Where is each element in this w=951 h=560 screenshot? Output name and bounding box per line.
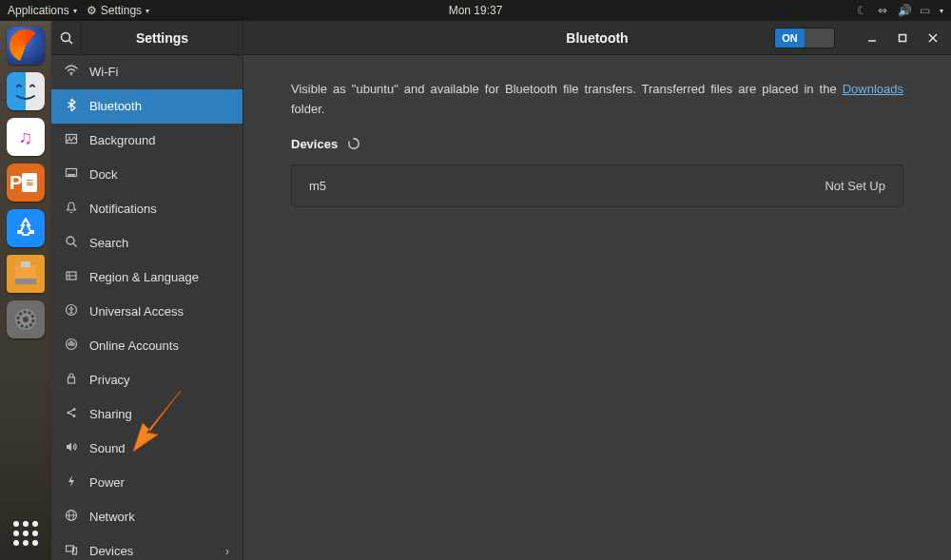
sidebar-item-universal[interactable]: Universal Access xyxy=(51,295,243,329)
sidebar-item-privacy[interactable]: Privacy xyxy=(51,363,243,397)
dock-firefox-icon[interactable] xyxy=(7,27,45,65)
toggle-off-slot xyxy=(805,29,834,48)
device-status: Not Set Up xyxy=(825,179,885,193)
sidebar-item-label: Region & Language xyxy=(89,270,199,284)
devices-list: m5 Not Set Up xyxy=(291,164,903,207)
network-indicator-icon: ⇔ xyxy=(877,4,888,17)
show-applications-button[interactable] xyxy=(7,514,45,552)
dock-appstore-icon[interactable] xyxy=(7,209,45,247)
wifi-icon xyxy=(65,64,78,80)
settings-sidebar: Settings Wi-FiBluetoothBackgroundDockNot… xyxy=(51,21,243,560)
sidebar-item-notifications[interactable]: Notifications xyxy=(51,192,243,226)
svg-rect-1 xyxy=(15,279,36,284)
devices-label: Devices xyxy=(291,137,338,151)
svg-line-14 xyxy=(73,243,76,246)
sidebar-item-dock[interactable]: Dock xyxy=(51,158,243,192)
sidebar-item-label: Dock xyxy=(89,167,118,182)
search-button[interactable] xyxy=(51,21,82,55)
top-panel: Applications ▾ ⚙ Settings ▾ Mon 19:37 ☾ … xyxy=(0,0,951,21)
sidebar-item-bluetooth[interactable]: Bluetooth xyxy=(51,89,243,124)
main-content: Visible as "ubuntu" and available for Bl… xyxy=(243,55,951,232)
svg-rect-0 xyxy=(15,265,36,279)
device-row[interactable]: m5 Not Set Up xyxy=(292,165,902,206)
sidebar-item-label: Bluetooth xyxy=(89,99,142,113)
settings-main: Bluetooth ON xyxy=(243,21,951,560)
chevron-down-icon: ▾ xyxy=(940,7,943,15)
dock-finder-icon[interactable] xyxy=(7,72,45,110)
sidebar-item-sharing[interactable]: Sharing xyxy=(51,397,243,432)
main-header: Bluetooth ON xyxy=(243,21,951,55)
sidebar-item-label: Wi-Fi xyxy=(89,65,118,79)
share-icon xyxy=(65,406,78,422)
system-indicators[interactable]: ☾ ⇔ 🔊 ▭ ▾ xyxy=(856,4,943,17)
dock-settings-icon[interactable] xyxy=(7,300,45,338)
svg-point-5 xyxy=(23,317,29,322)
network-icon xyxy=(65,509,78,525)
settings-menu[interactable]: ⚙ Settings ▾ xyxy=(87,4,149,17)
sidebar-item-power[interactable]: Power xyxy=(51,466,243,500)
sound-icon xyxy=(65,440,78,456)
globe-icon xyxy=(65,269,78,285)
chevron-down-icon: ▾ xyxy=(146,7,149,15)
cloud-icon xyxy=(65,338,78,354)
clock[interactable]: Mon 19:37 xyxy=(449,4,503,17)
search-icon xyxy=(65,235,78,251)
dock-presentation-icon[interactable]: ≡ P xyxy=(7,164,45,202)
close-button[interactable] xyxy=(924,29,941,47)
svg-rect-31 xyxy=(73,548,77,554)
sidebar-item-sound[interactable]: Sound xyxy=(51,432,243,466)
settings-menu-label: Settings xyxy=(101,4,142,17)
sidebar-item-background[interactable]: Background xyxy=(51,124,243,158)
sidebar-item-label: Search xyxy=(89,236,128,250)
sidebar-item-label: Universal Access xyxy=(89,304,184,319)
sidebar-item-label: Sound xyxy=(89,441,126,455)
sidebar-item-label: Notifications xyxy=(89,202,157,216)
bell-icon xyxy=(65,201,78,217)
desc-pre: Visible as "ubuntu" and available for Bl… xyxy=(291,82,843,96)
sidebar-item-wifi[interactable]: Wi-Fi xyxy=(51,55,243,89)
dock-icon xyxy=(65,166,78,183)
sidebar-item-label: Devices xyxy=(89,544,133,558)
maximize-button[interactable] xyxy=(894,29,911,47)
svg-line-7 xyxy=(68,40,72,44)
settings-app-icon: ⚙ xyxy=(87,4,97,17)
sidebar-item-label: Background xyxy=(89,133,155,147)
sidebar-item-label: Online Accounts xyxy=(89,338,179,353)
battery-indicator-icon: ▭ xyxy=(919,4,930,17)
night-icon: ☾ xyxy=(856,4,867,17)
sidebar-item-online[interactable]: Online Accounts xyxy=(51,329,243,363)
sidebar-item-devices[interactable]: Devices› xyxy=(51,534,243,560)
svg-rect-33 xyxy=(900,34,906,41)
power-icon xyxy=(65,474,78,491)
applications-label: Applications xyxy=(8,4,69,17)
sidebar-title: Settings xyxy=(82,30,243,46)
svg-line-25 xyxy=(69,410,73,412)
chevron-right-icon: › xyxy=(225,545,229,558)
sidebar-item-region[interactable]: Region & Language xyxy=(51,261,243,295)
sidebar-item-label: Privacy xyxy=(89,373,130,387)
applications-menu[interactable]: Applications ▾ xyxy=(8,4,77,17)
volume-indicator-icon: 🔊 xyxy=(898,4,909,17)
sidebar-item-network[interactable]: Network xyxy=(51,500,243,534)
toggle-on-label: ON xyxy=(775,29,805,48)
background-icon xyxy=(65,132,78,148)
dock-music-icon[interactable]: ♫ xyxy=(7,118,45,156)
minimize-button[interactable] xyxy=(864,29,881,47)
sidebar-item-label: Network xyxy=(89,510,135,524)
downloads-link[interactable]: Downloads xyxy=(843,82,903,96)
accessibility-icon xyxy=(65,303,78,319)
page-title: Bluetooth xyxy=(566,30,628,46)
dock-disk-icon[interactable] xyxy=(7,255,45,293)
desc-post: folder. xyxy=(291,102,324,116)
bluetooth-toggle[interactable]: ON xyxy=(774,28,835,48)
svg-point-13 xyxy=(67,237,74,244)
svg-point-6 xyxy=(61,32,69,41)
search-icon xyxy=(60,31,73,45)
sidebar-item-search[interactable]: Search xyxy=(51,226,243,261)
spinner-icon xyxy=(347,137,360,150)
svg-rect-21 xyxy=(68,377,75,383)
devices-icon xyxy=(65,543,78,559)
sidebar-item-label: Power xyxy=(89,475,125,490)
svg-point-8 xyxy=(70,74,72,76)
sidebar-item-label: Sharing xyxy=(89,407,132,421)
